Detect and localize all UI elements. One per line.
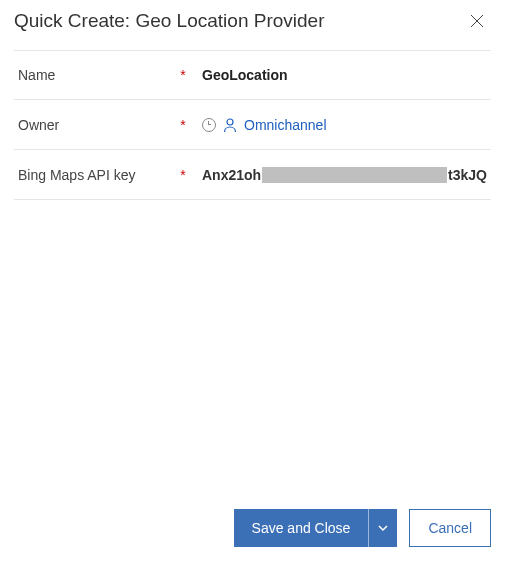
save-close-split-button: Save and Close bbox=[234, 509, 398, 547]
apikey-label: Bing Maps API key bbox=[18, 167, 176, 183]
name-input[interactable] bbox=[202, 67, 487, 83]
owner-lookup[interactable]: Omnichannel bbox=[244, 117, 327, 133]
svg-point-2 bbox=[227, 119, 233, 125]
apikey-suffix: t3kJQ bbox=[448, 167, 487, 183]
field-owner: Owner * Omnichannel bbox=[14, 100, 491, 150]
owner-label: Owner bbox=[18, 117, 176, 133]
clock-icon bbox=[202, 118, 216, 132]
required-indicator: * bbox=[176, 67, 190, 83]
save-close-dropdown[interactable] bbox=[368, 509, 397, 547]
required-indicator: * bbox=[176, 167, 190, 183]
person-icon bbox=[222, 117, 238, 133]
form: Name * Owner * Omnichannel Bing Maps API… bbox=[0, 50, 505, 200]
apikey-input[interactable]: Anx21oh t3kJQ bbox=[202, 167, 487, 183]
apikey-redacted bbox=[262, 167, 447, 183]
save-close-button[interactable]: Save and Close bbox=[234, 509, 369, 547]
apikey-prefix: Anx21oh bbox=[202, 167, 261, 183]
field-apikey: Bing Maps API key * Anx21oh t3kJQ bbox=[14, 150, 491, 200]
name-label: Name bbox=[18, 67, 176, 83]
close-icon[interactable] bbox=[467, 11, 487, 31]
page-title: Quick Create: Geo Location Provider bbox=[14, 10, 467, 32]
cancel-button[interactable]: Cancel bbox=[409, 509, 491, 547]
footer: Save and Close Cancel bbox=[234, 509, 491, 547]
field-name: Name * bbox=[14, 50, 491, 100]
required-indicator: * bbox=[176, 117, 190, 133]
